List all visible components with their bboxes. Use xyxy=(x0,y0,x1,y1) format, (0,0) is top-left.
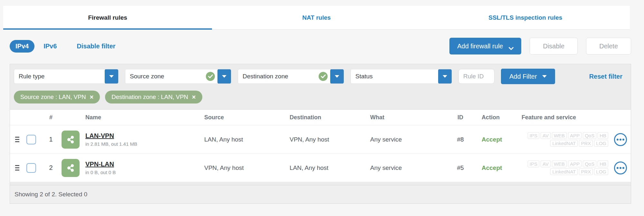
firewall-rules-table: # Name Source Destination What ID Action… xyxy=(10,109,631,182)
rule-type-dropdown-button[interactable] xyxy=(105,69,118,84)
rule-id: #8 xyxy=(448,136,473,143)
column-header-source: Source xyxy=(204,114,290,121)
check-circle-icon xyxy=(206,72,215,81)
rule-what: Any service xyxy=(370,136,448,143)
source-zone-dropdown-button[interactable] xyxy=(217,69,231,84)
column-header-number: # xyxy=(40,114,62,121)
delete-button[interactable]: Delete xyxy=(586,38,631,54)
drag-handle-icon[interactable] xyxy=(10,165,22,171)
ipv4-toggle[interactable]: IPv4 xyxy=(10,40,34,53)
feature-badges: IPS AV WEB APP QoS HB LinkedNAT PRX LOG xyxy=(514,132,610,147)
rule-what: Any service xyxy=(370,164,448,172)
chevron-down-icon xyxy=(222,75,226,78)
drag-handle-icon[interactable] xyxy=(10,137,22,142)
reset-filter-link[interactable]: Reset filter xyxy=(589,73,622,80)
column-header-name: Name xyxy=(85,114,204,121)
close-icon[interactable]: × xyxy=(90,94,94,100)
ipv6-toggle[interactable]: IPv6 xyxy=(43,43,57,50)
destination-zone-filter[interactable]: Destination zone xyxy=(238,69,344,84)
rule-position: 1 xyxy=(40,136,62,143)
status-filter-label: Status xyxy=(351,73,438,80)
check-circle-icon xyxy=(319,72,328,81)
disable-button[interactable]: Disable xyxy=(530,38,578,54)
rule-destination: VPN, Any host xyxy=(290,136,370,143)
tab-ssl-tls-inspection-rules-label: SSL/TLS inspection rules xyxy=(488,14,562,21)
feature-badge-av: AV xyxy=(541,132,551,139)
tab-firewall-rules[interactable]: Firewall rules xyxy=(3,6,212,29)
rule-action-status: Accept xyxy=(473,164,514,172)
destination-zone-filter-chip: Destination zone : LAN, VPN × xyxy=(105,91,202,103)
feature-badge-hb: HB xyxy=(598,161,608,167)
source-zone-filter-chip: Source zone : LAN, VPN × xyxy=(14,91,100,103)
close-icon[interactable]: × xyxy=(192,94,196,100)
column-header-feature-service: Feature and service xyxy=(514,114,610,121)
table-row: 1 LAN-VPN in 2.81 MB, out 1.41 MB LAN, A… xyxy=(10,125,631,153)
chevron-down-icon xyxy=(509,44,514,48)
rule-position: 2 xyxy=(40,164,62,172)
rule-traffic-stats: in 0 B, out 0 B xyxy=(85,170,200,175)
feature-badge-ips: IPS xyxy=(528,161,539,167)
toolbar: IPv4 IPv6 Disable filter Add firewall ru… xyxy=(10,37,631,55)
rule-action-status: Accept xyxy=(473,136,514,143)
feature-badge-log: LOG xyxy=(594,140,608,147)
rule-source: VPN, Any host xyxy=(204,164,290,172)
add-firewall-rule-button[interactable]: Add firewall rule xyxy=(449,38,521,54)
add-filter-button[interactable]: Add Filter xyxy=(501,69,555,84)
rule-type-filter-label: Rule type xyxy=(14,73,105,80)
table-header-row: # Name Source Destination What ID Action… xyxy=(10,110,631,125)
destination-zone-filter-chip-label: Destination zone : LAN, VPN xyxy=(111,93,188,101)
feature-badge-linkednat: LinkedNAT xyxy=(550,168,578,175)
disable-filter-link[interactable]: Disable filter xyxy=(77,43,115,50)
rule-type-share-icon[interactable] xyxy=(62,159,80,177)
source-zone-filter-chip-label: Source zone : LAN, VPN xyxy=(20,93,86,101)
chevron-down-icon xyxy=(335,75,339,78)
row-checkbox[interactable] xyxy=(26,135,36,144)
tab-nat-rules[interactable]: NAT rules xyxy=(212,6,421,29)
feature-badge-app: APP xyxy=(568,132,582,139)
feature-badge-qos: QoS xyxy=(583,132,596,139)
feature-badge-app: APP xyxy=(568,161,582,167)
rule-type-filter[interactable]: Rule type xyxy=(14,69,119,84)
add-firewall-rule-label: Add firewall rule xyxy=(457,43,503,50)
rule-source: LAN, Any host xyxy=(204,136,290,143)
column-header-action: Action xyxy=(473,114,514,121)
feature-badge-ips: IPS xyxy=(528,132,539,139)
tab-ssl-tls-inspection-rules[interactable]: SSL/TLS inspection rules xyxy=(421,6,630,29)
source-zone-filter-label: Source zone xyxy=(125,73,206,80)
chevron-down-icon xyxy=(443,75,447,78)
firewall-rules-panel: Rule type Source zone Destination zone S… xyxy=(10,64,631,204)
feature-badge-prx: PRX xyxy=(579,168,593,175)
more-actions-button[interactable] xyxy=(614,162,627,174)
rule-traffic-stats: in 2.81 MB, out 1.41 MB xyxy=(85,141,200,147)
feature-badges: IPS AV WEB APP QoS HB LinkedNAT PRX LOG xyxy=(514,161,610,175)
chevron-down-icon xyxy=(542,75,547,78)
table-row: 2 VPN-LAN in 0 B, out 0 B VPN, Any host … xyxy=(10,153,631,182)
feature-badge-linkednat: LinkedNAT xyxy=(550,140,578,147)
destination-zone-dropdown-button[interactable] xyxy=(330,69,344,84)
rule-name-link[interactable]: VPN-LAN xyxy=(85,161,114,168)
column-header-id: ID xyxy=(448,114,473,121)
tab-nat-rules-label: NAT rules xyxy=(302,14,331,21)
rule-tabs: Firewall rules NAT rules SSL/TLS inspect… xyxy=(3,6,630,30)
feature-badge-prx: PRX xyxy=(579,140,593,147)
rule-type-share-icon[interactable] xyxy=(62,131,80,149)
destination-zone-filter-label: Destination zone xyxy=(238,73,319,80)
row-checkbox[interactable] xyxy=(26,163,36,173)
chevron-down-icon xyxy=(109,75,114,78)
feature-badge-hb: HB xyxy=(598,132,608,139)
feature-badge-log: LOG xyxy=(594,168,608,175)
feature-badge-qos: QoS xyxy=(583,161,596,167)
active-filter-chips: Source zone : LAN, VPN × Destination zon… xyxy=(10,87,631,109)
rule-id-input[interactable] xyxy=(458,69,495,84)
filter-row: Rule type Source zone Destination zone S… xyxy=(10,64,631,87)
tab-firewall-rules-label: Firewall rules xyxy=(88,14,127,21)
status-dropdown-button[interactable] xyxy=(438,69,452,84)
table-summary: Showing 2 of 2. Selected 0 xyxy=(10,185,631,203)
rule-name-link[interactable]: LAN-VPN xyxy=(85,132,114,140)
source-zone-filter[interactable]: Source zone xyxy=(125,69,231,84)
more-actions-button[interactable] xyxy=(614,133,627,146)
rule-id: #5 xyxy=(448,164,473,172)
feature-badge-web: WEB xyxy=(552,161,567,167)
status-filter[interactable]: Status xyxy=(351,69,452,84)
column-header-what: What xyxy=(370,114,448,121)
